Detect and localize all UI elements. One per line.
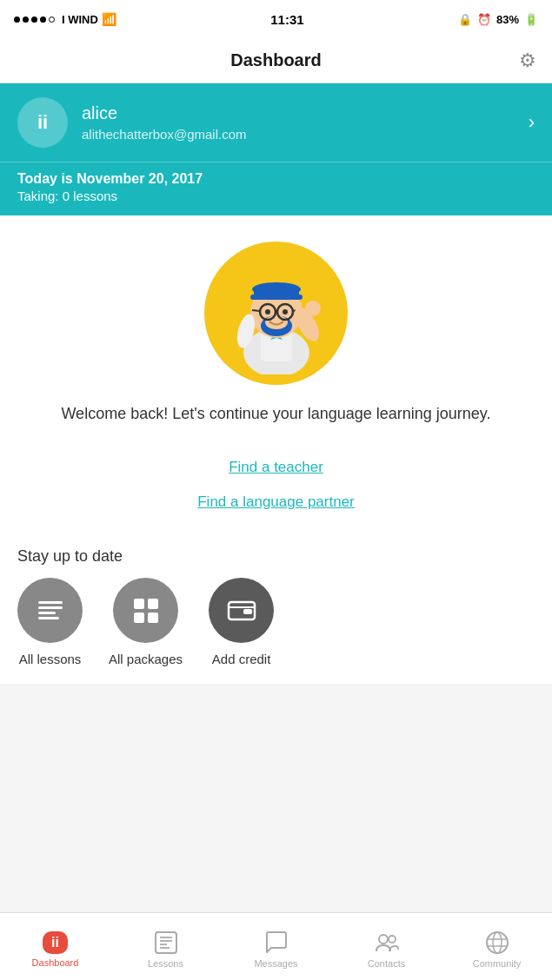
tab-lessons[interactable]: Lessons (110, 913, 221, 980)
user-info: alice alithechatterbox@gmail.com (82, 103, 515, 142)
illustration-section (17, 215, 535, 402)
svg-rect-24 (148, 599, 158, 609)
date-text: Today is November 20, 2017 (17, 171, 535, 187)
community-icon (485, 930, 509, 955)
find-partner-link[interactable]: Find a language partner (17, 485, 535, 520)
signal-dots (14, 17, 55, 23)
all-packages-icon-circle (113, 578, 178, 643)
lessons-icon (154, 930, 178, 955)
user-banner[interactable]: ii alice alithechatterbox@gmail.com › (0, 83, 552, 162)
svg-rect-25 (134, 612, 144, 623)
find-teacher-link[interactable]: Find a teacher (17, 450, 535, 485)
all-packages-action[interactable]: All packages (109, 578, 183, 666)
svg-rect-26 (148, 612, 158, 623)
list-icon (35, 595, 66, 626)
stay-section-header: Stay up to date (17, 533, 535, 578)
page-title: Dashboard (230, 50, 321, 70)
top-nav: Dashboard ⚙ (0, 38, 552, 83)
status-left: I WIND 📶 (14, 12, 116, 26)
svg-line-12 (252, 310, 260, 311)
messages-icon (264, 930, 289, 955)
status-time: 11:31 (270, 12, 303, 27)
battery-icon: 🔋 (524, 13, 538, 26)
main-content: Welcome back! Let's continue your langua… (0, 215, 552, 684)
wifi-icon: 📶 (102, 12, 116, 26)
svg-point-36 (389, 936, 396, 943)
tab-contacts[interactable]: Contacts (331, 913, 442, 980)
svg-rect-6 (250, 295, 303, 300)
taking-text: Taking: 0 lessons (17, 189, 535, 203)
welcome-text: Welcome back! Let's continue your langua… (17, 402, 535, 443)
battery-pct: 83% (496, 13, 519, 26)
teacher-svg (216, 253, 337, 374)
avatar-label: ii (37, 111, 48, 134)
messages-tab-label: Messages (254, 958, 297, 969)
chevron-right-icon: › (529, 111, 535, 134)
svg-point-17 (305, 301, 321, 316)
community-tab-label: Community (473, 958, 522, 969)
svg-point-15 (283, 309, 288, 315)
all-lessons-label: All lessons (19, 652, 82, 666)
settings-icon[interactable]: ⚙ (519, 50, 536, 72)
svg-rect-19 (38, 601, 63, 604)
status-right: 🔒 ⏰ 83% 🔋 (458, 13, 538, 26)
tab-bar: ii Dashboard Lessons Messages Contacts (0, 912, 552, 980)
lessons-tab-label: Lessons (148, 958, 183, 969)
contacts-icon (375, 930, 399, 955)
svg-point-38 (493, 932, 502, 953)
add-credit-icon-circle (209, 578, 274, 643)
alarm-icon: ⏰ (477, 13, 491, 26)
lock-icon: 🔒 (458, 13, 472, 26)
all-lessons-icon-circle (17, 578, 83, 643)
svg-point-14 (265, 309, 270, 315)
contacts-tab-label: Contacts (368, 958, 405, 969)
link-section: Find a teacher Find a language partner (17, 443, 535, 533)
date-banner: Today is November 20, 2017 Taking: 0 les… (0, 162, 552, 215)
svg-point-37 (487, 932, 508, 953)
user-email: alithechatterbox@gmail.com (82, 127, 515, 142)
avatar: ii (17, 97, 68, 148)
svg-rect-28 (243, 609, 252, 614)
quick-actions: All lessons All packages (17, 578, 535, 684)
all-packages-label: All packages (109, 652, 183, 666)
add-credit-action[interactable]: Add credit (209, 578, 274, 666)
teacher-illustration (204, 242, 348, 385)
svg-point-8 (265, 315, 288, 329)
dashboard-tab-label: Dashboard (32, 957, 79, 968)
wallet-icon (226, 595, 257, 626)
svg-point-35 (379, 935, 388, 944)
svg-rect-20 (38, 606, 63, 609)
grid-icon (130, 595, 162, 626)
svg-rect-21 (38, 612, 56, 614)
tab-dashboard[interactable]: ii Dashboard (0, 913, 110, 980)
svg-rect-23 (134, 599, 144, 609)
svg-rect-30 (156, 932, 176, 953)
tab-community[interactable]: Community (442, 913, 552, 980)
status-bar: I WIND 📶 11:31 🔒 ⏰ 83% 🔋 (0, 0, 552, 38)
all-lessons-action[interactable]: All lessons (17, 578, 83, 666)
dashboard-tab-badge: ii (43, 931, 68, 954)
tab-messages[interactable]: Messages (221, 913, 331, 980)
svg-rect-22 (38, 617, 59, 619)
dashboard-tab-icon: ii (51, 935, 59, 950)
add-credit-label: Add credit (212, 652, 271, 666)
carrier-label: I WIND (62, 13, 98, 26)
username: alice (82, 103, 515, 123)
